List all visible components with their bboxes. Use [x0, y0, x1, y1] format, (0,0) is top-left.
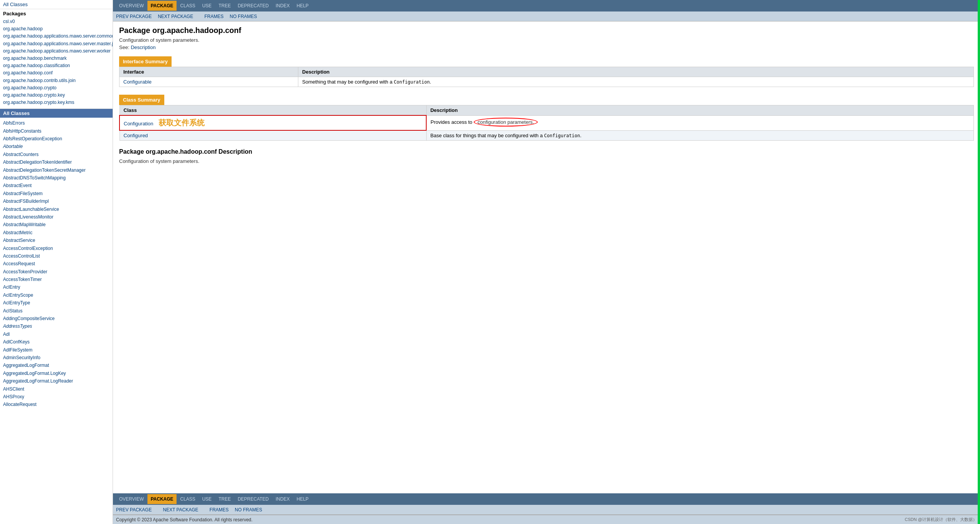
interface-desc-cell: Something that may be configured with a … [298, 77, 974, 87]
interface-desc-header: Description [298, 67, 974, 77]
frames-link[interactable]: FRAMES [205, 14, 224, 19]
class-link-item[interactable]: AbstractCounters [3, 151, 110, 158]
class-link-item[interactable]: Adl [3, 330, 110, 338]
class-link-item[interactable]: AbstractLaunchableService [3, 205, 110, 213]
top-nav-item-deprecated[interactable]: DEPRECATED [235, 1, 272, 11]
class-link-item[interactable]: AddressTypes [3, 322, 110, 330]
class-link-item[interactable]: AbfsRestOperationException [3, 135, 110, 143]
class-link-item[interactable]: AbfsHttpConstants [3, 127, 110, 135]
packages-title: Packages [3, 11, 110, 16]
class-link-item[interactable]: AbstractFSBuilderImpl [3, 197, 110, 205]
class-link-item[interactable]: AclEntry [3, 283, 110, 291]
class-link-item[interactable]: AbstractDelegationTokenSecretManager [3, 166, 110, 174]
class-link-item[interactable]: AdminSecurityInfo [3, 354, 110, 361]
top-nav-item-use[interactable]: USE [199, 1, 215, 11]
class-link-item[interactable]: AccessControlList [3, 252, 110, 260]
configured-desc-cell: Base class for things that may be config… [426, 130, 973, 141]
package-link-item[interactable]: org.apache.hadoop.benchmark [3, 55, 110, 62]
see-link: See: Description [119, 44, 974, 50]
top-nav-item-overview[interactable]: OVERVIEW [116, 1, 147, 11]
top-nav-item-package[interactable]: PACKAGE [147, 1, 176, 11]
class-link-item[interactable]: AllocateRequest [3, 401, 110, 408]
package-link-item[interactable]: csl.v0 [3, 18, 110, 25]
configured-link[interactable]: Configured [124, 133, 148, 138]
class-link-item[interactable]: AHSClient [3, 385, 110, 393]
class-link-item[interactable]: AbfsErrors [3, 119, 110, 127]
bottom-no-frames-link[interactable]: NO FRAMES [235, 507, 262, 513]
class-link-item[interactable]: Abortable [3, 143, 110, 150]
bottom-nav-item-overview[interactable]: OVERVIEW [116, 494, 147, 504]
bottom-frames-link[interactable]: FRAMES [209, 507, 229, 513]
top-nav-item-class[interactable]: CLASS [177, 1, 198, 11]
class-link-item[interactable]: AclEntryScope [3, 291, 110, 299]
class-link-item[interactable]: AbstractEvent [3, 182, 110, 189]
copyright-bar: Copyright © 2023 Apache Software Foundat… [113, 515, 980, 524]
class-link-item[interactable]: AclEntryType [3, 299, 110, 307]
package-link-item[interactable]: org.apache.hadoop.crypto.key [3, 92, 110, 99]
main-content: OVERVIEWPACKAGECLASSUSETREEDEPRECATEDIND… [113, 0, 980, 524]
content-area: Package org.apache.hadoop.conf Configura… [113, 21, 980, 493]
bottom-nav-item-package[interactable]: PACKAGE [147, 494, 176, 504]
top-nav-inner: OVERVIEWPACKAGECLASSUSETREEDEPRECATEDIND… [113, 1, 315, 11]
bottom-nav-item-use[interactable]: USE [199, 494, 215, 504]
class-link-item[interactable]: AHSProxy [3, 393, 110, 401]
package-link-item[interactable]: org.apache.hadoop.crypto [3, 84, 110, 92]
package-title: Package org.apache.hadoop.conf [119, 26, 974, 35]
top-nav-item-help[interactable]: HELP [293, 1, 311, 11]
class-link-item[interactable]: AbstractDelegationTokenIdentifier [3, 158, 110, 166]
class-link-item[interactable]: AbstractService [3, 237, 110, 244]
next-package-link[interactable]: NEXT PACKAGE [158, 14, 193, 19]
top-nav-item-index[interactable]: INDEX [273, 1, 293, 11]
package-link-item[interactable]: org.apache.hadoop.contrib.utils.join [3, 77, 110, 84]
configurable-link[interactable]: Configurable [123, 79, 152, 85]
class-link-item[interactable]: AbstractLivenessMonitor [3, 213, 110, 221]
top-nav-item-tree[interactable]: TREE [216, 1, 234, 11]
class-link-item[interactable]: AbstractDNSToSwitchMapping [3, 174, 110, 182]
class-link-item[interactable]: AdlFileSystem [3, 346, 110, 354]
class-link-item[interactable]: AbstractMapWritable [3, 221, 110, 228]
bottom-nav-item-index[interactable]: INDEX [273, 494, 293, 504]
class-desc-header: Description [426, 105, 973, 116]
package-link-item[interactable]: org.apache.hadoop [3, 25, 110, 33]
package-link-item[interactable]: org.apache.hadoop.classification [3, 62, 110, 69]
all-classes-top-link[interactable]: All Classes [0, 0, 113, 9]
package-link-item[interactable]: org.apache.hadoop.applications.mawo.serv… [3, 48, 110, 55]
bottom-nav-bar: OVERVIEWPACKAGECLASSUSETREEDEPRECATEDIND… [113, 493, 980, 505]
interface-summary-section: Interface Summary Interface Description … [119, 56, 974, 87]
class-link-item[interactable]: AggregatedLogFormat [3, 361, 110, 369]
class-link-item[interactable]: AccessRequest [3, 260, 110, 268]
bottom-prev-package-link[interactable]: PREV PACKAGE [116, 507, 152, 513]
top-sub-nav: PREV PACKAGE NEXT PACKAGE FRAMES NO FRAM… [113, 11, 980, 21]
class-link-item[interactable]: AccessControlException [3, 245, 110, 252]
class-link-item[interactable]: AbstractFileSystem [3, 190, 110, 197]
bottom-nav-item-help[interactable]: HELP [293, 494, 311, 504]
bottom-nav-item-deprecated[interactable]: DEPRECATED [235, 494, 272, 504]
class-summary-section: Class Summary Class Description Configur… [119, 95, 974, 141]
description-link[interactable]: Description [131, 44, 155, 50]
class-link-item[interactable]: AggregatedLogFormat.LogKey [3, 370, 110, 377]
table-row: Configurable Something that may be confi… [119, 77, 974, 87]
prev-package-link[interactable]: PREV PACKAGE [116, 14, 152, 19]
class-link-item[interactable]: AccessTokenTimer [3, 276, 110, 283]
package-link-item[interactable]: org.apache.hadoop.crypto.key.kms [3, 99, 110, 106]
copyright-text: Copyright © 2023 Apache Software Foundat… [116, 517, 252, 522]
bottom-sep2 [201, 507, 206, 513]
class-link-item[interactable]: AclStatus [3, 307, 110, 315]
red-circle-annotation: configuration parameters. [474, 118, 538, 126]
class-link-item[interactable]: AggregatedLogFormat.LogReader [3, 377, 110, 385]
package-link-item[interactable]: org.apache.hadoop.applications.mawo.serv… [3, 33, 110, 40]
class-link-item[interactable]: AbstractMetric [3, 229, 110, 237]
package-link-item[interactable]: org.apache.hadoop.applications.mawo.serv… [3, 40, 110, 48]
bottom-nav-item-class[interactable]: CLASS [177, 494, 198, 504]
configured-code: Configuration [544, 133, 580, 138]
class-link-item[interactable]: AdlConfKeys [3, 338, 110, 346]
no-frames-link[interactable]: NO FRAMES [230, 14, 257, 19]
bottom-next-package-link[interactable]: NEXT PACKAGE [163, 507, 198, 513]
configured-name-cell: Configured [119, 130, 426, 141]
class-link-item[interactable]: AddingCompositeService [3, 315, 110, 322]
configuration-link[interactable]: Configuration [124, 121, 153, 126]
package-link-item[interactable]: org.apache.hadoop.conf [3, 69, 110, 77]
bottom-nav-item-tree[interactable]: TREE [216, 494, 234, 504]
class-link-item[interactable]: AccessTokenProvider [3, 268, 110, 276]
table-row: Configured Base class for things that ma… [119, 130, 974, 141]
